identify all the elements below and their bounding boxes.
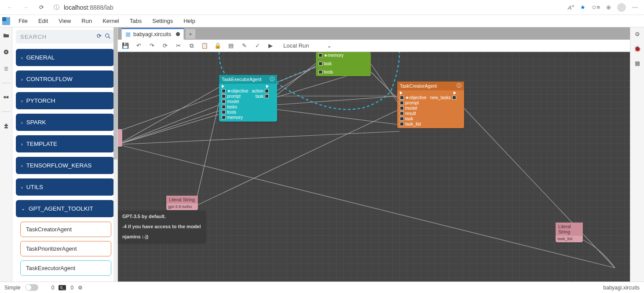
editor-area: ▦ babyagi.xircuits + 💾 ↶ ↷ ⟳ ✂ ⧉ 📋 🔒 ▤ ✎… bbox=[118, 27, 630, 282]
refresh-icon[interactable]: ⟳ bbox=[97, 33, 102, 41]
url-bar[interactable]: ⓘ localhost:8888/lab bbox=[51, 2, 564, 13]
menu-kernel[interactable]: Kernel bbox=[98, 16, 124, 26]
save-icon[interactable]: 💾 bbox=[121, 42, 129, 49]
calendar-icon[interactable]: ▦ bbox=[635, 60, 640, 67]
node-literal-string-1[interactable]: Literal String gpt-3.5-turbo bbox=[166, 196, 198, 210]
node-title: TaskCreatorAgent bbox=[400, 83, 437, 89]
port-label: ★objective bbox=[405, 95, 426, 100]
more-icon[interactable]: ⋯ bbox=[632, 4, 638, 11]
lock-icon[interactable]: 🔒 bbox=[214, 42, 222, 49]
port-label: task bbox=[256, 94, 263, 99]
folder-icon[interactable] bbox=[2, 31, 11, 40]
category-gpt-agent-toolkit[interactable]: ⌄GPT_AGENT_TOOLKIT bbox=[16, 200, 114, 217]
component-taskprioritizeragent[interactable]: TaskPrioritizerAgent bbox=[20, 241, 111, 256]
menu-run[interactable]: Run bbox=[77, 16, 96, 26]
node-literal-string-2[interactable]: Literal String task_list bbox=[556, 223, 583, 242]
copy-icon[interactable]: ⧉ bbox=[187, 42, 195, 49]
sidebar-scrollbar[interactable] bbox=[113, 27, 117, 282]
unsaved-dot-icon bbox=[176, 32, 180, 36]
profile-icon[interactable] bbox=[617, 3, 626, 12]
collections-icon[interactable]: ⊕ bbox=[606, 4, 611, 11]
node-title: Literal String bbox=[558, 224, 580, 234]
menu-tabs[interactable]: Tabs bbox=[125, 16, 146, 26]
category-tensorflow-keras[interactable]: ›TENSORFLOW_KERAS bbox=[16, 157, 114, 174]
favorite-icon[interactable]: ★ bbox=[580, 4, 585, 11]
component-taskexecutoragent[interactable]: TaskExecutorAgent bbox=[20, 260, 111, 276]
app-logo-icon bbox=[0, 15, 12, 27]
url-path: /lab bbox=[103, 4, 113, 11]
url-port: :8888 bbox=[88, 4, 103, 11]
search-box[interactable]: ⟳ bbox=[16, 30, 114, 44]
category-pytorch[interactable]: ›PYTORCH bbox=[16, 92, 114, 109]
category-general[interactable]: ›GENERAL bbox=[16, 49, 114, 66]
menu-settings[interactable]: Settings bbox=[148, 16, 177, 26]
gear-icon[interactable]: ⚙ bbox=[635, 31, 640, 37]
reload-button[interactable]: ⟳ bbox=[35, 1, 48, 14]
info-icon: ⓘ bbox=[54, 4, 59, 11]
menu-edit[interactable]: Edit bbox=[34, 16, 52, 26]
reload-icon[interactable]: ⟳ bbox=[161, 42, 169, 49]
node-value: gpt-3.5-turbo bbox=[168, 204, 192, 209]
tab-babyagi[interactable]: ▦ babyagi.xircuits bbox=[121, 28, 184, 40]
port-label: tools bbox=[324, 70, 333, 74]
run-mode-select[interactable]: Local Run⌄ bbox=[282, 41, 333, 50]
node-green[interactable]: ★memory task tools bbox=[316, 52, 371, 76]
mode-toggle[interactable] bbox=[25, 284, 38, 291]
menu-file[interactable]: File bbox=[14, 16, 32, 26]
graph-canvas[interactable]: .l{stroke:#aaa;stroke-width:1.2;fill:non… bbox=[118, 52, 630, 282]
undo-icon[interactable]: ↶ bbox=[135, 42, 143, 49]
check-icon[interactable]: ✓ bbox=[253, 42, 261, 49]
add-tab-button[interactable]: + bbox=[186, 29, 195, 39]
chevron-right-icon: › bbox=[21, 77, 23, 82]
cut-icon[interactable]: ✂ bbox=[174, 42, 182, 49]
log-icon[interactable]: ▤ bbox=[227, 42, 235, 49]
circle-icon[interactable] bbox=[2, 48, 11, 56]
search-icon[interactable] bbox=[104, 33, 111, 41]
tab-row: ▦ babyagi.xircuits + bbox=[118, 27, 630, 40]
read-aloud-icon[interactable]: A» bbox=[568, 3, 574, 11]
bug-icon[interactable]: 🐞 bbox=[634, 45, 641, 52]
status-path: babyagi.xircuits bbox=[603, 285, 640, 291]
comment-line: njamins :-)) bbox=[122, 234, 201, 240]
forward-button[interactable]: → bbox=[19, 1, 32, 14]
chevron-down-icon: ⌄ bbox=[327, 42, 332, 49]
node-comment[interactable]: GPT-3.5 by default. -4 if you have acces… bbox=[118, 211, 206, 243]
node-taskexecutoragent[interactable]: TaskExecutorAgentⓘ ★objective prompt mod… bbox=[219, 75, 277, 122]
edit-icon[interactable]: ✎ bbox=[240, 42, 248, 49]
category-utils[interactable]: ›UTILS bbox=[16, 178, 114, 196]
favorites-list-icon[interactable]: ✩≡ bbox=[592, 4, 600, 11]
back-button[interactable]: ← bbox=[4, 1, 16, 14]
category-label: UTILS bbox=[26, 184, 43, 190]
components-icon[interactable] bbox=[2, 93, 11, 102]
chevron-down-icon: ⌄ bbox=[21, 206, 25, 211]
port-label: prompt bbox=[227, 94, 241, 99]
category-label: GPT_AGENT_TOOLKIT bbox=[29, 205, 93, 212]
category-spark[interactable]: ›SPARK bbox=[16, 114, 114, 131]
right-rail: ⚙ 🐞 ▦ bbox=[630, 27, 644, 282]
category-label: PYTORCH bbox=[26, 97, 55, 104]
category-label: CONTROLFLOW bbox=[26, 76, 73, 82]
chevron-right-icon: › bbox=[21, 98, 23, 104]
category-template[interactable]: ›TEMPLATE bbox=[16, 135, 114, 152]
search-input[interactable] bbox=[20, 33, 94, 40]
kernel-icon[interactable]: ⚙ bbox=[78, 285, 83, 291]
menu-view[interactable]: View bbox=[54, 16, 75, 26]
port-label: ★objective bbox=[227, 89, 248, 93]
port-label: tasks bbox=[227, 104, 237, 109]
extensions-icon[interactable] bbox=[2, 122, 11, 130]
info-icon[interactable]: ⓘ bbox=[457, 83, 461, 89]
list-icon[interactable] bbox=[2, 64, 11, 73]
node-title: Literal String bbox=[169, 197, 195, 202]
chevron-right-icon: › bbox=[21, 163, 23, 168]
category-controlflow[interactable]: ›CONTROLFLOW bbox=[16, 70, 114, 88]
status-count-2: 0 bbox=[70, 285, 73, 291]
redo-icon[interactable]: ↷ bbox=[148, 42, 156, 49]
menu-help[interactable]: Help bbox=[179, 16, 200, 26]
component-taskcreatoragent[interactable]: TaskCreatorAgent bbox=[20, 222, 111, 237]
node-taskcreatoragent[interactable]: TaskCreatorAgentⓘ ★objective prompt mode… bbox=[397, 82, 464, 128]
paste-icon[interactable]: 📋 bbox=[201, 42, 209, 49]
node-edge-left[interactable] bbox=[118, 129, 122, 147]
terminal-icon[interactable]: S_ bbox=[59, 285, 66, 290]
info-icon[interactable]: ⓘ bbox=[270, 76, 274, 82]
play-icon[interactable]: ▶ bbox=[267, 42, 274, 49]
